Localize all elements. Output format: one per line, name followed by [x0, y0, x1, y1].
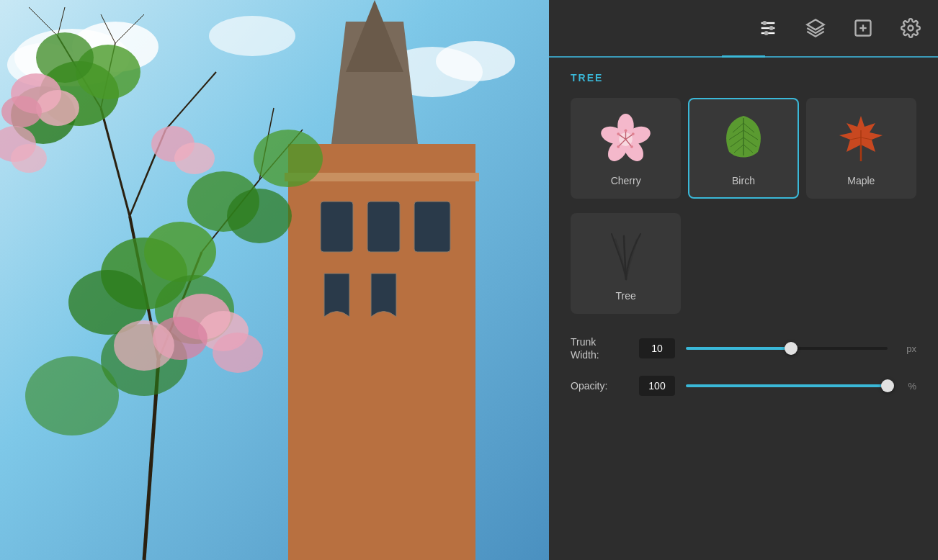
section-title: TREE: [571, 72, 916, 83]
svg-point-81: [617, 132, 620, 135]
tree-option-cherry[interactable]: Cherry: [571, 98, 681, 199]
svg-point-45: [1, 96, 42, 127]
svg-marker-61: [807, 19, 823, 30]
opacity-fill: [686, 384, 888, 387]
svg-point-59: [769, 26, 774, 30]
opacity-value: 100: [639, 376, 675, 396]
svg-point-75: [632, 132, 635, 135]
tree-brush-icon-area: [597, 225, 655, 283]
trunk-width-fill: [686, 347, 791, 350]
trunk-width-thumb[interactable]: [785, 342, 798, 355]
opacity-label: Opacity:: [571, 379, 628, 392]
trunk-width-row: TrunkWidth: 10 px: [571, 335, 916, 361]
settings-icon[interactable]: [898, 15, 924, 41]
trunk-width-unit: px: [898, 343, 916, 354]
svg-point-73: [625, 129, 627, 132]
svg-point-49: [213, 333, 263, 373]
svg-point-6: [209, 16, 295, 56]
svg-point-65: [908, 26, 914, 31]
canvas-background: [0, 0, 549, 560]
trunk-width-value: 10: [639, 338, 675, 358]
svg-point-38: [227, 189, 292, 243]
layers-icon[interactable]: [803, 15, 828, 41]
svg-point-50: [114, 320, 174, 371]
svg-point-54: [11, 144, 47, 173]
opacity-unit: %: [898, 381, 916, 392]
right-panel: TREE: [549, 0, 938, 560]
svg-point-79: [617, 145, 620, 148]
trunk-width-track: [686, 347, 888, 350]
tree-brush-label: Tree: [616, 290, 636, 302]
trunk-width-slider-container[interactable]: [686, 341, 888, 356]
maple-label: Maple: [847, 175, 875, 186]
svg-point-42: [254, 130, 323, 187]
toolbar: [549, 0, 938, 58]
opacity-row: Opacity: 100 %: [571, 376, 916, 396]
birch-label: Birch: [732, 175, 755, 186]
opacity-slider-container[interactable]: [686, 379, 888, 393]
svg-rect-13: [414, 202, 450, 252]
svg-point-5: [436, 41, 515, 81]
tree-type-grid: Cherry: [571, 98, 916, 199]
adjustment-layer-icon[interactable]: [850, 15, 876, 41]
tree-option-birch[interactable]: Birch: [688, 98, 798, 199]
adjustments-icon[interactable]: [755, 15, 781, 41]
svg-rect-12: [367, 202, 400, 252]
opacity-track: [686, 384, 888, 387]
panel-content: TREE: [549, 58, 938, 560]
cherry-label: Cherry: [611, 175, 641, 186]
trunk-width-label: TrunkWidth:: [571, 335, 628, 361]
svg-point-36: [144, 222, 216, 282]
svg-point-60: [764, 31, 769, 35]
birch-icon-area: [715, 110, 772, 168]
tree-option-tree[interactable]: Tree: [571, 213, 681, 314]
svg-point-52: [174, 143, 215, 174]
cherry-icon-area: [597, 110, 655, 168]
canvas-area[interactable]: [0, 0, 549, 560]
svg-point-58: [762, 21, 767, 25]
svg-point-44: [36, 90, 79, 126]
svg-point-77: [630, 145, 633, 148]
maple-icon-area: [832, 110, 890, 168]
tree-option-maple[interactable]: Maple: [806, 98, 916, 199]
svg-rect-11: [321, 202, 353, 252]
svg-point-41: [25, 356, 119, 435]
tree-brush-row: Tree: [571, 213, 916, 314]
opacity-thumb[interactable]: [881, 379, 894, 392]
